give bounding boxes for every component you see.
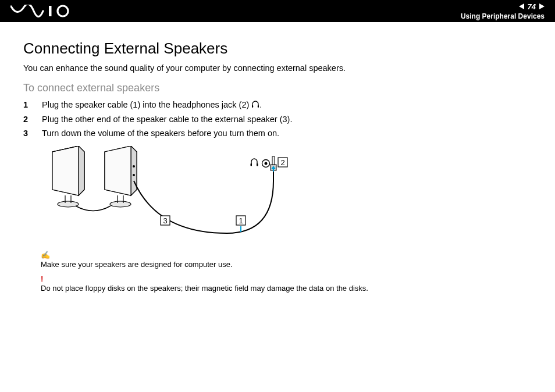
svg-rect-2: [252, 105, 253, 108]
connection-diagram: 2 1 3: [41, 146, 532, 241]
svg-rect-3: [258, 105, 259, 108]
step-number: 1: [23, 100, 31, 110]
warning-block: ! Do not place floppy disks on the speak…: [41, 275, 532, 293]
intro-text: You can enhance the sound quality of you…: [23, 63, 532, 73]
svg-rect-11: [257, 163, 258, 166]
step-1: 1 Plug the speaker cable (1) into the he…: [23, 100, 532, 110]
svg-point-1: [58, 6, 68, 16]
section-name: Using Peripheral Devices: [461, 12, 545, 20]
step-text: Plug the other end of the speaker cable …: [42, 115, 292, 124]
page-content: Connecting External Speakers You can enh…: [0, 22, 555, 310]
svg-point-4: [58, 201, 79, 207]
svg-point-13: [265, 162, 268, 165]
warning-icon: !: [41, 275, 532, 283]
diagram-label-3: 3: [163, 216, 167, 225]
vaio-logo: [10, 5, 74, 17]
prev-page-arrow[interactable]: [519, 3, 524, 9]
svg-point-6: [133, 165, 135, 168]
step-text: Turn down the volume of the speakers bef…: [42, 129, 279, 138]
page-number: 74: [528, 2, 536, 11]
note-icon: ✍: [41, 251, 532, 259]
step-3: 3 Turn down the volume of the speakers b…: [23, 129, 532, 138]
step-text: Plug the speaker cable (1) into the head…: [42, 100, 262, 110]
diagram-label-1: 1: [239, 216, 243, 225]
step-2: 2 Plug the other end of the speaker cabl…: [23, 115, 532, 124]
headphones-icon: [251, 159, 258, 166]
note-block: ✍ Make sure your speakers are designed f…: [41, 251, 532, 269]
note-text: Make sure your speakers are designed for…: [41, 260, 233, 269]
header-right: 74 Using Peripheral Devices: [461, 2, 545, 20]
page-title: Connecting External Speakers: [23, 40, 532, 58]
step-number: 2: [23, 115, 31, 124]
page-navigation: 74: [519, 2, 545, 11]
subheading: To connect external speakers: [23, 82, 532, 94]
svg-point-7: [133, 174, 135, 176]
warning-text: Do not place floppy disks on the speaker…: [41, 284, 368, 293]
page-header: 74 Using Peripheral Devices: [0, 0, 555, 22]
diagram-label-2: 2: [280, 158, 284, 167]
target-icon: [262, 160, 270, 168]
svg-rect-10: [251, 163, 252, 166]
headphones-icon: [251, 101, 259, 110]
svg-rect-0: [49, 6, 52, 16]
steps-list: 1 Plug the speaker cable (1) into the he…: [23, 100, 532, 138]
next-page-arrow[interactable]: [539, 3, 545, 9]
svg-rect-9: [272, 156, 275, 165]
step-number: 3: [23, 129, 31, 138]
svg-point-5: [110, 201, 131, 207]
